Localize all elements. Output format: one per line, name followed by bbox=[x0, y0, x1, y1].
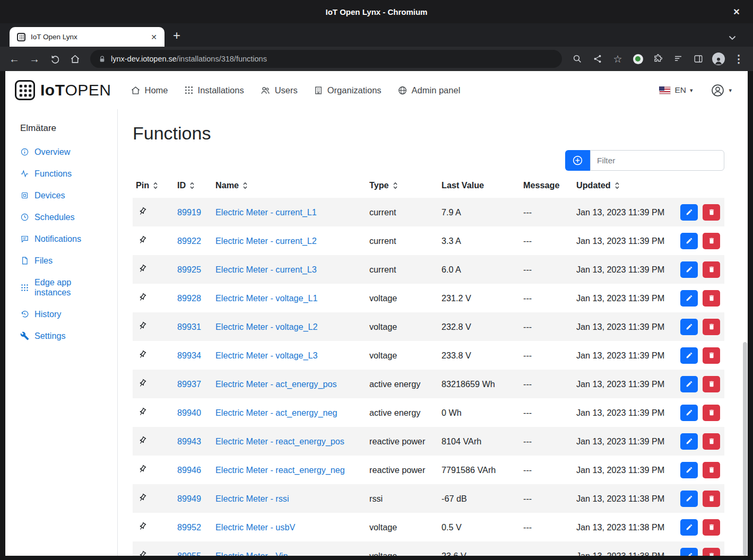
function-name-link[interactable]: Electric Meter - rssi bbox=[215, 494, 289, 503]
function-name-link[interactable]: Electric Meter - current_L1 bbox=[215, 207, 317, 217]
nav-item-home[interactable]: Home bbox=[131, 85, 168, 95]
kebab-menu-icon[interactable]: ⋮ bbox=[729, 49, 749, 68]
function-id-link[interactable]: 89922 bbox=[177, 236, 201, 246]
sidebar-item-devices[interactable]: Devices bbox=[5, 185, 117, 206]
edit-button[interactable] bbox=[680, 433, 698, 450]
column-header-id[interactable]: ID bbox=[174, 174, 212, 198]
nav-item-installations[interactable]: Installations bbox=[184, 85, 244, 95]
function-name-link[interactable]: Electric Meter - react_energy_pos bbox=[215, 436, 344, 446]
function-name-link[interactable]: Electric Meter - current_L3 bbox=[215, 265, 317, 274]
share-icon[interactable] bbox=[587, 49, 608, 68]
function-name-link[interactable]: Electric Meter - react_energy_neg bbox=[215, 465, 345, 475]
nav-item-admin-panel[interactable]: Admin panel bbox=[397, 85, 461, 95]
zoom-icon[interactable] bbox=[567, 49, 587, 68]
column-header-pin[interactable]: Pin bbox=[133, 174, 174, 198]
new-tab-button[interactable]: + bbox=[173, 29, 180, 42]
edit-button[interactable] bbox=[680, 290, 698, 307]
edit-button[interactable] bbox=[680, 376, 698, 392]
sidebar-item-overview[interactable]: Overview bbox=[5, 141, 117, 163]
pin-icon[interactable] bbox=[136, 205, 149, 217]
delete-button[interactable] bbox=[703, 261, 720, 278]
pin-icon[interactable] bbox=[136, 548, 149, 556]
sidebar-item-edge-app-instances[interactable]: Edge app instances bbox=[5, 272, 117, 303]
edit-button[interactable] bbox=[680, 548, 698, 556]
pin-icon[interactable] bbox=[136, 291, 149, 303]
tab-close-icon[interactable]: ✕ bbox=[149, 32, 159, 42]
function-name-link[interactable]: Electric Meter - voltage_L1 bbox=[215, 293, 318, 303]
sidebar-item-functions[interactable]: Functions bbox=[5, 163, 117, 185]
sidebar-item-files[interactable]: Files bbox=[5, 250, 117, 272]
pin-icon[interactable] bbox=[136, 491, 149, 504]
delete-button[interactable] bbox=[703, 462, 720, 478]
edit-button[interactable] bbox=[680, 491, 698, 507]
browser-tab[interactable]: IoT Open Lynx ✕ bbox=[10, 27, 165, 47]
function-name-link[interactable]: Electric Meter - Vin bbox=[215, 551, 288, 556]
delete-button[interactable] bbox=[703, 204, 720, 221]
delete-button[interactable] bbox=[703, 347, 720, 364]
reload-button[interactable] bbox=[45, 49, 65, 68]
column-header-type[interactable]: Type bbox=[366, 174, 438, 198]
function-id-link[interactable]: 89934 bbox=[177, 351, 201, 360]
function-name-link[interactable]: Electric Meter - act_energy_pos bbox=[215, 379, 337, 389]
function-id-link[interactable]: 89919 bbox=[177, 207, 201, 217]
delete-button[interactable] bbox=[703, 519, 720, 536]
function-id-link[interactable]: 89925 bbox=[177, 265, 201, 274]
pin-icon[interactable] bbox=[136, 462, 149, 475]
function-name-link[interactable]: Electric Meter - voltage_L2 bbox=[215, 322, 318, 331]
delete-button[interactable] bbox=[703, 290, 720, 307]
edit-button[interactable] bbox=[680, 319, 698, 335]
function-id-link[interactable]: 89949 bbox=[177, 494, 201, 503]
tab-search-chevron-icon[interactable] bbox=[729, 36, 736, 40]
sidebar-item-settings[interactable]: Settings bbox=[5, 325, 117, 347]
function-name-link[interactable]: Electric Meter - act_energy_neg bbox=[215, 408, 337, 417]
language-selector[interactable]: EN ▾ bbox=[659, 85, 693, 95]
column-header-name[interactable]: Name bbox=[212, 174, 366, 198]
page-scrollbar[interactable] bbox=[743, 342, 747, 556]
edit-button[interactable] bbox=[680, 204, 698, 221]
function-name-link[interactable]: Electric Meter - usbV bbox=[215, 522, 295, 532]
edit-button[interactable] bbox=[680, 405, 698, 421]
address-bar[interactable]: lynx-dev.iotopen.se/installations/318/fu… bbox=[90, 50, 562, 68]
nav-item-organizations[interactable]: Organizations bbox=[314, 85, 382, 95]
delete-button[interactable] bbox=[703, 491, 720, 507]
function-id-link[interactable]: 89952 bbox=[177, 522, 201, 532]
pin-icon[interactable] bbox=[136, 233, 149, 246]
filter-input[interactable] bbox=[590, 150, 724, 171]
profile-avatar-icon[interactable] bbox=[708, 49, 729, 68]
delete-button[interactable] bbox=[703, 433, 720, 450]
pin-icon[interactable] bbox=[136, 520, 149, 532]
pin-icon[interactable] bbox=[136, 405, 149, 418]
function-id-link[interactable]: 89937 bbox=[177, 379, 201, 389]
edit-button[interactable] bbox=[680, 347, 698, 364]
pin-icon[interactable] bbox=[136, 319, 149, 332]
function-id-link[interactable]: 89943 bbox=[177, 436, 201, 446]
edit-button[interactable] bbox=[680, 261, 698, 278]
function-id-link[interactable]: 89946 bbox=[177, 465, 201, 475]
delete-button[interactable] bbox=[703, 319, 720, 335]
delete-button[interactable] bbox=[703, 233, 720, 249]
extension-badge-icon[interactable] bbox=[628, 49, 648, 68]
delete-button[interactable] bbox=[703, 405, 720, 421]
sidebar-item-history[interactable]: History bbox=[5, 303, 117, 325]
window-close-button[interactable]: ✕ bbox=[729, 0, 745, 23]
side-panel-icon[interactable] bbox=[688, 49, 708, 68]
column-header-updated[interactable]: Updated bbox=[573, 174, 677, 198]
function-name-link[interactable]: Electric Meter - current_L2 bbox=[215, 236, 317, 246]
edit-button[interactable] bbox=[680, 462, 698, 478]
edit-button[interactable] bbox=[680, 519, 698, 536]
function-id-link[interactable]: 89931 bbox=[177, 322, 201, 331]
edit-button[interactable] bbox=[680, 233, 698, 249]
function-name-link[interactable]: Electric Meter - voltage_L3 bbox=[215, 351, 318, 360]
pin-icon[interactable] bbox=[136, 348, 149, 361]
pin-icon[interactable] bbox=[136, 377, 149, 389]
sidebar-item-schedules[interactable]: Schedules bbox=[5, 206, 117, 228]
function-id-link[interactable]: 89955 bbox=[177, 551, 201, 556]
function-id-link[interactable]: 89940 bbox=[177, 408, 201, 417]
add-function-button[interactable] bbox=[565, 150, 590, 171]
extensions-puzzle-icon[interactable] bbox=[648, 49, 668, 68]
user-menu[interactable]: ▾ bbox=[711, 83, 732, 98]
nav-item-users[interactable]: Users bbox=[260, 85, 298, 95]
delete-button[interactable] bbox=[703, 548, 720, 556]
back-button[interactable]: ← bbox=[4, 49, 24, 68]
bookmark-star-icon[interactable]: ☆ bbox=[608, 49, 628, 68]
